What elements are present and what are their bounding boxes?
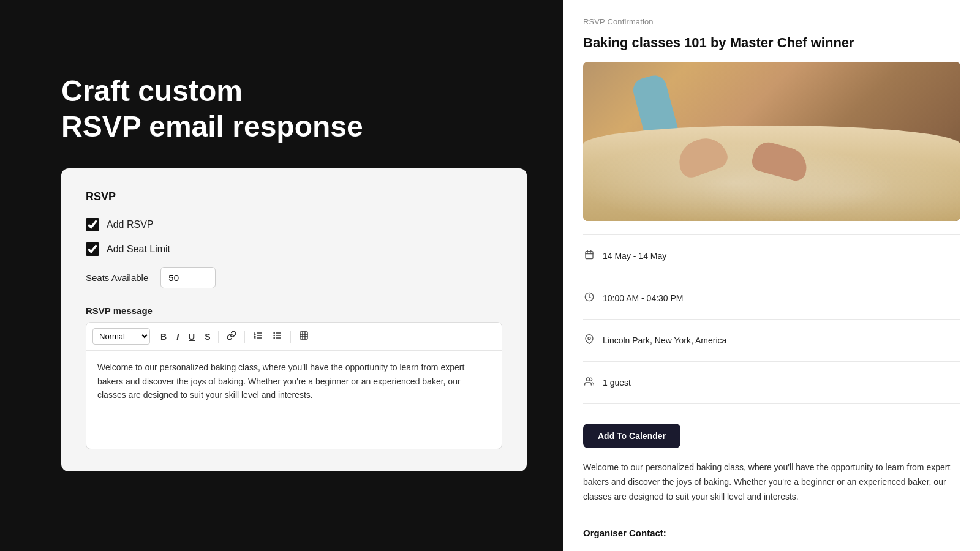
image-bg xyxy=(583,62,960,221)
seats-available-label: Seats Available xyxy=(86,272,148,283)
guests-text: 1 guest xyxy=(603,378,631,388)
add-rsvp-label[interactable]: Add RSVP xyxy=(107,219,153,230)
date-row: 14 May - 14 May xyxy=(583,244,960,268)
underline-button[interactable]: U xyxy=(184,329,199,345)
strikethrough-button[interactable]: S xyxy=(200,329,214,345)
time-text: 10:00 AM - 04:30 PM xyxy=(603,293,684,303)
add-seat-limit-label[interactable]: Add Seat Limit xyxy=(107,244,170,255)
seats-available-row: Seats Available xyxy=(86,267,502,288)
svg-rect-9 xyxy=(300,332,307,339)
svg-point-19 xyxy=(588,337,590,340)
guests-icon xyxy=(583,377,595,389)
add-rsvp-checkbox[interactable] xyxy=(86,218,99,231)
svg-point-6 xyxy=(274,333,274,334)
table-button[interactable] xyxy=(295,328,313,345)
svg-point-20 xyxy=(586,378,589,381)
hero-title-line1: Craft custom xyxy=(61,75,243,107)
svg-rect-14 xyxy=(586,252,593,259)
hero-title: Craft custom RSVP email response xyxy=(61,73,527,144)
calendar-icon xyxy=(583,250,595,262)
time-row: 10:00 AM - 04:30 PM xyxy=(583,286,960,310)
preview-event-title: Baking classes 101 by Master Chef winner xyxy=(583,35,960,51)
guests-row: 1 guest xyxy=(583,370,960,395)
link-button[interactable] xyxy=(222,328,241,345)
add-rsvp-row: Add RSVP xyxy=(86,218,502,231)
rsvp-message-editor[interactable]: Welcome to our personalized baking class… xyxy=(86,351,502,449)
location-row: Lincoln Park, New York, America xyxy=(583,328,960,353)
add-to-calendar-button[interactable]: Add To Calender xyxy=(583,424,680,448)
form-card: RSVP Add RSVP Add Seat Limit Seats Avail… xyxy=(61,168,527,471)
divider-4 xyxy=(583,361,960,362)
format-select[interactable]: Normal Heading 1 Heading 2 Heading 3 xyxy=(92,328,150,345)
divider-6 xyxy=(583,519,960,519)
organiser-label: Organiser Contact: xyxy=(583,528,960,538)
preview-description: Welcome to our personalized baking class… xyxy=(583,460,960,504)
form-section-title: RSVP xyxy=(86,190,502,203)
preview-event-image xyxy=(583,62,960,221)
toolbar-divider-3 xyxy=(290,331,291,343)
add-seat-limit-row: Add Seat Limit xyxy=(86,242,502,256)
location-icon xyxy=(583,334,595,347)
hero-title-line2: RSVP email response xyxy=(61,110,363,143)
rsvp-message-label: RSVP message xyxy=(86,305,502,316)
preview-inner: RSVP Confirmation Baking classes 101 by … xyxy=(564,0,980,551)
ordered-list-button[interactable] xyxy=(249,328,267,345)
bold-button[interactable]: B xyxy=(156,329,171,345)
date-text: 14 May - 14 May xyxy=(603,251,666,261)
rsvp-editor: Normal Heading 1 Heading 2 Heading 3 B I… xyxy=(86,322,502,449)
add-seat-limit-checkbox[interactable] xyxy=(86,242,99,256)
preview-section-label: RSVP Confirmation xyxy=(583,17,960,26)
svg-point-7 xyxy=(274,335,274,336)
editor-toolbar: Normal Heading 1 Heading 2 Heading 3 B I… xyxy=(86,323,502,351)
divider-2 xyxy=(583,277,960,277)
location-text: Lincoln Park, New York, America xyxy=(603,335,726,345)
unordered-list-button[interactable] xyxy=(268,328,287,345)
divider-3 xyxy=(583,319,960,320)
left-panel: Craft custom RSVP email response RSVP Ad… xyxy=(0,0,564,551)
toolbar-divider-1 xyxy=(218,331,219,343)
seats-input[interactable] xyxy=(160,267,216,288)
svg-point-8 xyxy=(274,338,274,339)
italic-button[interactable]: I xyxy=(172,329,183,345)
toolbar-divider-2 xyxy=(244,331,245,343)
divider-1 xyxy=(583,234,960,235)
clock-icon xyxy=(583,292,595,304)
right-panel: RSVP Confirmation Baking classes 101 by … xyxy=(564,0,980,551)
divider-5 xyxy=(583,403,960,404)
